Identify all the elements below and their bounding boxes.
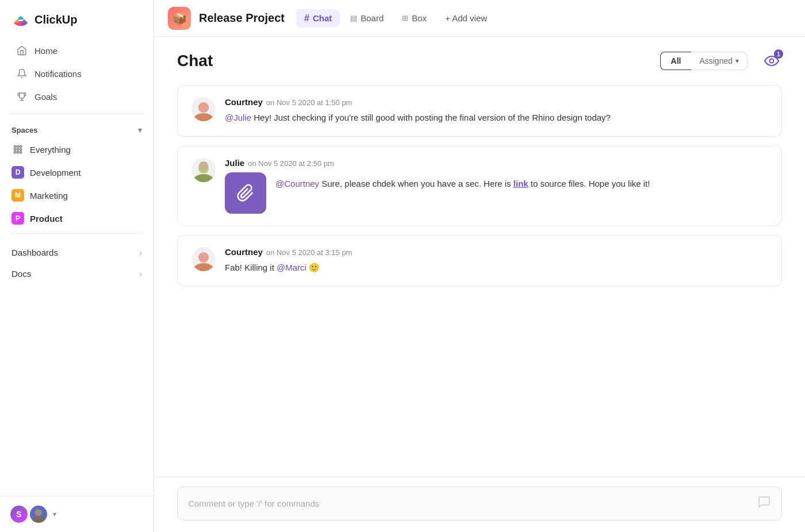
sidebar-item-home-label: Home (34, 46, 57, 56)
product-badge: P (12, 212, 24, 225)
attach-text-2: to source files. Hope you like it! (531, 179, 650, 188)
marketing-badge: M (12, 189, 24, 202)
sidebar-item-docs[interactable]: Docs › (5, 263, 149, 284)
sidebar-item-development-label: Development (30, 168, 80, 178)
sidebar: ClickUp Home Notifications Goals Spaces … (0, 0, 154, 532)
chat-content: Chat All Assigned ▾ 1 (154, 37, 805, 532)
messages-area: Courtney on Nov 5 2020 at 1:50 pm @Julie… (154, 80, 805, 477)
svg-point-18 (199, 161, 208, 171)
sidebar-item-marketing[interactable]: M Marketing (5, 184, 149, 207)
add-view-label: + Add view (445, 13, 487, 23)
svg-point-14 (194, 113, 213, 121)
project-title: Release Project (199, 11, 285, 25)
message-text: @Julie Hey! Just checking if you're stil… (225, 111, 768, 125)
main-area: 📦 Release Project # Chat ▤ Board ⊞ Box +… (154, 0, 805, 532)
sidebar-nav: Home Notifications Goals (0, 37, 154, 110)
svg-point-15 (198, 102, 209, 113)
tab-board-label: Board (361, 13, 384, 23)
message-time: on Nov 5 2020 at 1:50 pm (266, 98, 352, 107)
dashboards-chevron-icon: › (139, 248, 142, 257)
bell-icon (16, 68, 28, 79)
logo-text: ClickUp (34, 13, 77, 26)
filter-assigned-label: Assigned (699, 56, 733, 65)
topbar: 📦 Release Project # Chat ▤ Board ⊞ Box +… (154, 0, 805, 37)
clickup-logo-icon (12, 10, 30, 29)
project-icon: 📦 (168, 7, 191, 30)
sidebar-item-notifications[interactable]: Notifications (5, 62, 149, 85)
sidebar-footer: S ▾ (0, 496, 154, 532)
sidebar-item-dashboards[interactable]: Dashboards › (5, 242, 149, 263)
comment-box[interactable]: Comment or type '/' for commands (177, 487, 782, 521)
paperclip-icon (236, 184, 255, 202)
svg-point-17 (194, 174, 213, 182)
spaces-section-header[interactable]: Spaces ▾ (0, 118, 154, 138)
svg-point-11 (32, 516, 45, 524)
svg-point-7 (14, 151, 16, 153)
mention-marci: @Marci (277, 263, 306, 272)
sidebar-item-marketing-label: Marketing (30, 191, 68, 201)
message-header: Courtney on Nov 5 2020 at 1:50 pm (225, 97, 768, 107)
svg-point-19 (198, 252, 209, 263)
box-icon: ⊞ (402, 14, 408, 22)
mention-courtney: @Courtney (275, 179, 319, 188)
sidebar-item-docs-label: Docs (12, 269, 31, 279)
chat-header: Chat All Assigned ▾ 1 (154, 37, 805, 80)
message-body: Julie on Nov 5 2020 at 2:50 pm @Courtney… (225, 158, 768, 214)
attachment-link[interactable]: link (513, 179, 528, 188)
tab-chat-label: Chat (313, 13, 332, 23)
footer-chevron-icon[interactable]: ▾ (53, 510, 56, 518)
sidebar-item-home[interactable]: Home (5, 39, 149, 62)
svg-point-5 (17, 148, 18, 150)
tab-chat[interactable]: # Chat (296, 9, 340, 28)
message-time: on Nov 5 2020 at 2:50 pm (248, 159, 334, 168)
message-card: Julie on Nov 5 2020 at 2:50 pm @Courtney… (177, 146, 782, 226)
tab-box[interactable]: ⊞ Box (394, 9, 435, 27)
message-time: on Nov 5 2020 at 3:15 pm (266, 248, 352, 257)
logo: ClickUp (0, 0, 154, 37)
message-author: Courtney (225, 247, 263, 257)
sidebar-item-everything[interactable]: Everything (5, 138, 149, 161)
mention-julie: @Julie (225, 113, 251, 122)
sidebar-divider-1 (9, 114, 144, 114)
attachment-icon-box (225, 172, 266, 214)
sidebar-item-development[interactable]: D Development (5, 161, 149, 184)
sidebar-item-goals[interactable]: Goals (5, 85, 149, 108)
message-author: Julie (225, 158, 244, 168)
development-badge: D (12, 166, 24, 179)
message-text: Fab! Killing it @Marci 🙂 (225, 261, 768, 275)
avatar-j[interactable] (29, 504, 48, 524)
watch-button[interactable]: 1 (761, 51, 782, 71)
message-header: Courtney on Nov 5 2020 at 3:15 pm (225, 247, 768, 257)
sidebar-spaces: Everything D Development M Marketing P P… (0, 138, 154, 230)
svg-point-2 (17, 145, 18, 147)
tab-board[interactable]: ▤ Board (342, 9, 392, 27)
message-body: Courtney on Nov 5 2020 at 3:15 pm Fab! K… (225, 247, 768, 275)
msg-text-fab: Fab! Killing it (225, 263, 277, 272)
spaces-label: Spaces (12, 126, 38, 134)
attachment-block: @Courtney Sure, please chdek when you ha… (225, 172, 768, 214)
filter-assigned-button[interactable]: Assigned ▾ (691, 52, 747, 70)
avatar-stack: S (9, 504, 48, 524)
svg-point-20 (194, 263, 213, 271)
message-card: Courtney on Nov 5 2020 at 1:50 pm @Julie… (177, 85, 782, 137)
chat-bubble-icon (757, 495, 771, 512)
courtney-avatar (191, 97, 216, 121)
chat-hash-icon: # (304, 13, 309, 24)
sidebar-item-notifications-label: Notifications (34, 69, 82, 79)
sidebar-item-product-label: Product (30, 214, 63, 223)
home-icon (16, 45, 28, 56)
board-icon: ▤ (350, 14, 357, 22)
svg-point-10 (35, 509, 42, 516)
svg-point-6 (20, 148, 21, 150)
svg-point-9 (20, 151, 21, 153)
filter-all-button[interactable]: All (660, 52, 692, 70)
courtney-avatar-2 (191, 247, 216, 271)
add-view-button[interactable]: + Add view (437, 9, 495, 27)
chat-filters: All Assigned ▾ (660, 52, 747, 70)
svg-point-3 (20, 145, 21, 147)
avatar-s[interactable]: S (9, 504, 29, 524)
svg-point-1 (14, 145, 16, 147)
sidebar-item-product[interactable]: P Product (5, 207, 149, 230)
attach-text-1: Sure, please chdek when you have a sec. … (321, 179, 513, 188)
sidebar-item-dashboards-label: Dashboards (12, 248, 58, 257)
